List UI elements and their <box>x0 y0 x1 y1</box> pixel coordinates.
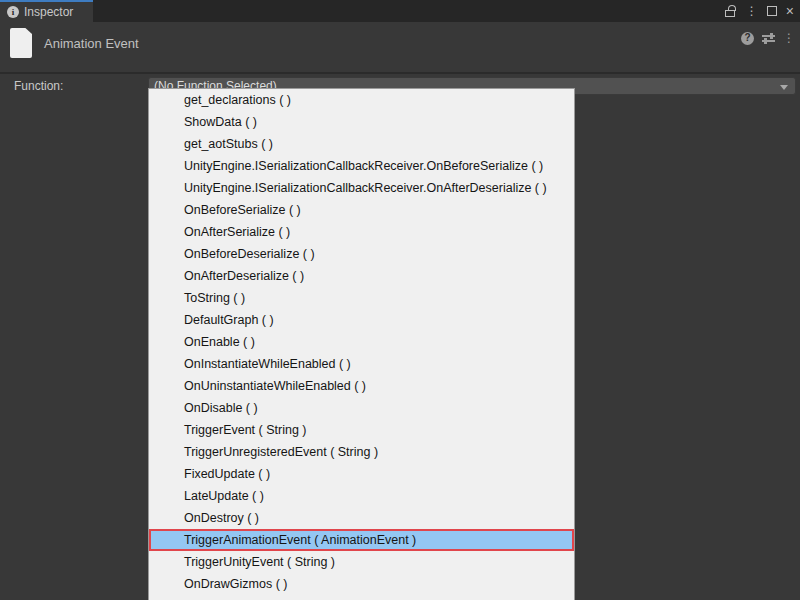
dropdown-item[interactable]: TriggerAnimationEvent ( AnimationEvent ) <box>149 529 574 551</box>
tab-inspector[interactable]: i Inspector <box>0 0 93 22</box>
chevron-down-icon <box>780 85 788 90</box>
dropdown-item[interactable]: DefaultGraph ( ) <box>149 309 574 331</box>
dropdown-item[interactable]: ToString ( ) <box>149 287 574 309</box>
header-icons: ? ⋮ <box>741 28 795 48</box>
function-dropdown-popup: get_declarations ( ) ShowData ( ) get_ao… <box>148 88 575 600</box>
dropdown-item[interactable]: OnDestroy ( ) <box>149 507 574 529</box>
dropdown-item[interactable]: OnDisable ( ) <box>149 397 574 419</box>
dropdown-item[interactable]: OnBeforeSerialize ( ) <box>149 199 574 221</box>
maximize-icon[interactable] <box>767 6 777 16</box>
dropdown-item[interactable]: ShowData ( ) <box>149 111 574 133</box>
dropdown-item[interactable]: TriggerUnregisteredEvent ( String ) <box>149 441 574 463</box>
header-menu-icon[interactable]: ⋮ <box>783 32 795 44</box>
dropdown-item[interactable]: OnUninstantiateWhileEnabled ( ) <box>149 375 574 397</box>
tab-label: Inspector <box>24 5 73 19</box>
unlock-icon[interactable] <box>725 5 737 18</box>
titlebar-icons: ⋮ × <box>725 0 794 22</box>
dropdown-item[interactable]: OnAfterSerialize ( ) <box>149 221 574 243</box>
close-icon[interactable]: × <box>786 4 794 18</box>
info-icon: i <box>7 6 19 18</box>
dropdown-item[interactable]: OnDrawGizmos ( ) <box>149 573 574 595</box>
component-header: Animation Event ? ⋮ <box>0 22 800 72</box>
dropdown-item[interactable]: OnBeforeDeserialize ( ) <box>149 243 574 265</box>
dropdown-item[interactable]: TriggerUnityEvent ( String ) <box>149 551 574 573</box>
dropdown-item[interactable]: get_declarations ( ) <box>149 89 574 111</box>
dropdown-item[interactable]: get_aotStubs ( ) <box>149 133 574 155</box>
dropdown-item[interactable]: LateUpdate ( ) <box>149 485 574 507</box>
dropdown-item[interactable]: OnEnable ( ) <box>149 331 574 353</box>
function-label: Function: <box>14 79 63 93</box>
dropdown-item[interactable]: OnAfterDeserialize ( ) <box>149 265 574 287</box>
presets-icon[interactable] <box>762 32 775 44</box>
dropdown-item[interactable]: UnityEngine.ISerializationCallbackReceiv… <box>149 155 574 177</box>
titlebar: i Inspector ⋮ × <box>0 0 800 22</box>
window-menu-icon[interactable]: ⋮ <box>746 5 758 17</box>
dropdown-item[interactable]: OnInstantiateWhileEnabled ( ) <box>149 353 574 375</box>
document-icon <box>10 28 32 58</box>
dropdown-item[interactable]: TriggerEvent ( String ) <box>149 419 574 441</box>
help-icon[interactable]: ? <box>741 32 754 45</box>
inspector-window: i Inspector ⋮ × Animation Event ? ⋮ <box>0 0 800 600</box>
dropdown-item[interactable]: FixedUpdate ( ) <box>149 463 574 485</box>
header-separator <box>0 72 800 74</box>
page-title: Animation Event <box>44 36 139 51</box>
dropdown-item[interactable]: UnityEngine.ISerializationCallbackReceiv… <box>149 177 574 199</box>
